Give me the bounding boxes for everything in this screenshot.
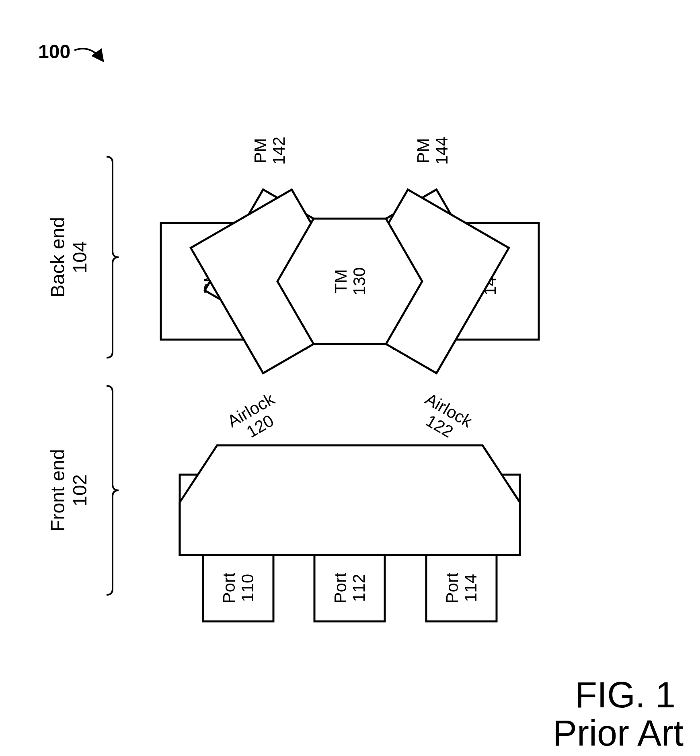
back-end-label: Back end <box>47 217 68 297</box>
tm-num: 130 <box>350 267 369 295</box>
pm-142-label: PM <box>251 138 270 164</box>
tm-label: TM <box>331 269 350 294</box>
port-112-label: Port <box>331 572 350 603</box>
pm-142-num: 142 <box>269 137 288 165</box>
front-end-label: Front end <box>47 449 68 531</box>
pm-144-num: 144 <box>432 137 451 165</box>
pm-144-label: PM <box>414 138 433 164</box>
front-end-num: 102 <box>69 474 90 506</box>
figure-ref-arrow <box>74 49 103 60</box>
front-end-brace: Front end 102 <box>47 386 119 595</box>
figure-caption-line1: FIG. 1 <box>575 675 675 715</box>
port-114-label: Port <box>443 572 462 603</box>
figure-ref-number: 100 <box>38 41 70 62</box>
figure-caption-line2: Prior Art <box>553 713 684 753</box>
front-end-trapezoid <box>180 445 520 555</box>
port-110-label: Port <box>220 572 238 603</box>
cluster-tool: PM 140 PM 142 PM 144 PM 146 Airl <box>161 137 539 621</box>
back-end-brace: Back end 104 <box>47 157 119 358</box>
port-110-num: 110 <box>238 574 257 602</box>
port-114-num: 114 <box>461 574 480 602</box>
figure-1-diagram: 100 Back end 104 Front end 102 PM 140 <box>0 0 700 756</box>
back-end-num: 104 <box>69 241 90 273</box>
port-112-num: 112 <box>349 574 368 602</box>
